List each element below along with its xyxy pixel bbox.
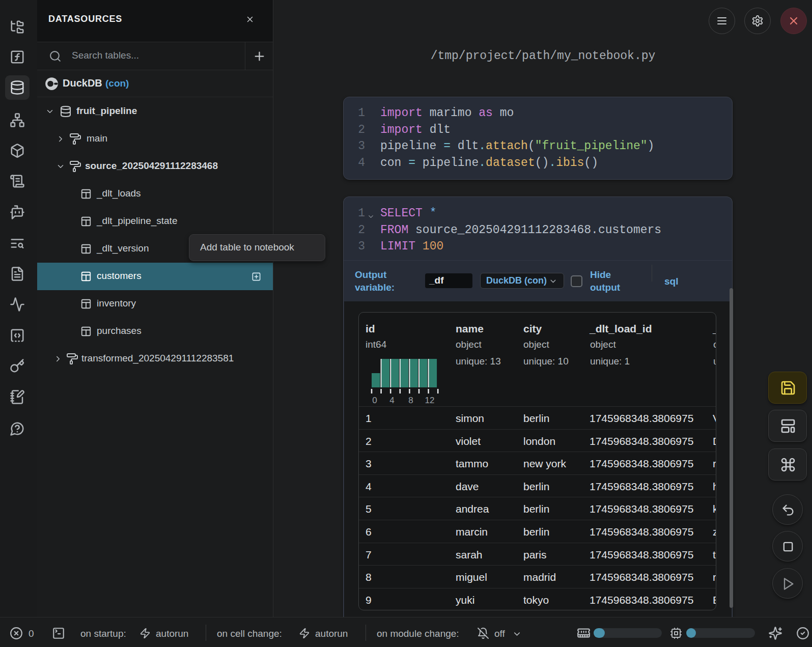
svg-text:8: 8 [408, 396, 413, 405]
svg-text:0: 0 [372, 396, 377, 405]
svg-text:12: 12 [425, 396, 435, 405]
svg-text:4: 4 [389, 396, 394, 405]
